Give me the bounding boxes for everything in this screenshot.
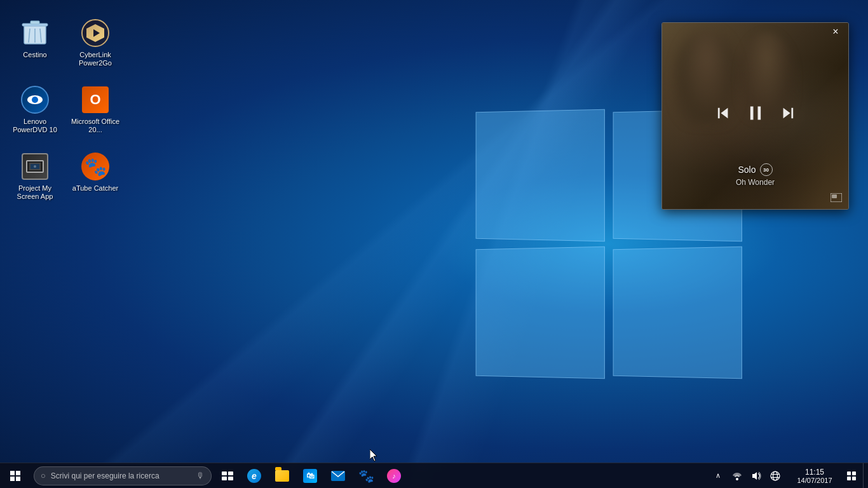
taskbar-app-file-explorer[interactable] [268,463,296,489]
svg-rect-15 [222,471,227,475]
atube-label: aTube Catcher [72,184,118,193]
task-view-button[interactable] [215,463,240,489]
svg-rect-10 [750,106,753,119]
chevron-up-icon: ∧ [715,471,721,480]
system-tray: ∧ [704,463,868,489]
svg-rect-12 [791,107,793,118]
svg-rect-11 [757,106,761,119]
win-pane-3 [476,247,605,379]
office-icon: O [80,85,111,115]
taskbar-app-mail[interactable] [324,463,352,489]
paw-icon: 🐾 [358,468,374,484]
taskbar-app-atube[interactable]: 🐾 [352,463,380,489]
mail-icon [330,468,346,484]
svg-point-21 [771,471,780,480]
powerdvd-icon [20,85,50,115]
song-badge: 30 [760,163,773,176]
win-pane-1 [476,109,605,242]
tray-volume-icon[interactable] [747,463,765,489]
play-pause-button[interactable] [747,104,764,122]
show-desktop-button[interactable] [863,463,868,489]
svg-rect-16 [228,471,233,475]
cyberlink-label: CyberLink Power2Go [70,51,121,67]
svg-rect-2 [31,21,39,24]
search-bar[interactable]: ○ Scrivi qui per eseguire la ricerca 🎙 [34,466,212,485]
powerdvd-label: Lenovo PowerDVD 10 [10,118,60,134]
mini-mode-button[interactable] [831,193,842,204]
svg-rect-14 [832,194,837,198]
svg-rect-17 [222,477,227,480]
media-player-popup: × [661,22,849,210]
svg-rect-9 [717,107,719,118]
desktop-icon-recycle-bin[interactable]: Cestino [6,13,64,76]
svg-point-20 [736,478,738,480]
desktop: Cestino CyberLink Power2Go [0,0,868,488]
svg-rect-18 [228,477,233,480]
desktop-icon-atube[interactable]: 🐾 aTube Catcher [67,146,124,210]
edge-icon: e [247,468,262,484]
svg-point-8 [34,165,36,168]
store-icon: 🛍 [302,468,318,484]
player-controls: Solo 30 Oh Wonder [662,23,848,209]
tray-icons: ∧ [704,463,789,489]
taskbar-app-groove[interactable]: ♪ [380,463,408,489]
cyberlink-icon [80,18,111,48]
taskbar: ○ Scrivi qui per eseguire la ricerca 🎙 e [0,463,868,488]
project-screen-icon [20,151,50,182]
notification-center-button[interactable] [840,463,863,489]
desktop-icons-area: Cestino CyberLink Power2Go [6,13,124,210]
taskbar-app-store[interactable]: 🛍 [296,463,324,489]
song-title: Solo [738,165,756,175]
desktop-icon-powerdvd[interactable]: Lenovo PowerDVD 10 [6,79,64,143]
clock-area[interactable]: 11:15 14/07/2017 [789,463,840,489]
microphone-icon: 🎙 [196,471,205,480]
search-placeholder: Scrivi qui per eseguire la ricerca [51,471,159,480]
taskbar-app-edge[interactable]: e [240,463,268,489]
search-icon: ○ [41,471,46,480]
win-pane-4 [613,247,742,379]
song-info: Solo 30 Oh Wonder [662,163,848,187]
start-button[interactable] [0,463,31,489]
tray-expand-button[interactable]: ∧ [709,463,727,489]
media-player-close-button[interactable]: × [828,24,843,39]
clock-date: 14/07/2017 [797,477,832,484]
desktop-icon-project-screen[interactable]: Project My Screen App [6,146,64,210]
previous-track-button[interactable] [717,106,731,120]
atube-icon: 🐾 [80,151,111,182]
controls-row [717,104,794,122]
recycle-bin-icon [20,18,50,48]
song-artist: Oh Wonder [736,178,775,187]
tray-network-icon[interactable] [728,463,746,489]
desktop-icon-cyberlink[interactable]: CyberLink Power2Go [67,13,124,76]
groove-icon: ♪ [386,468,402,484]
song-title-area: Solo 30 [738,163,772,176]
media-player-titlebar: × [823,23,848,41]
svg-point-22 [773,471,778,480]
start-icon [10,471,20,481]
next-track-button[interactable] [780,106,794,120]
file-explorer-icon [275,468,290,484]
clock-time: 11:15 [805,468,824,477]
tray-language-icon[interactable] [766,463,784,489]
office-label: Microsoft Office 20... [70,118,121,134]
project-screen-label: Project My Screen App [10,184,60,201]
recycle-bin-label: Cestino [23,51,46,59]
desktop-icon-office[interactable]: O Microsoft Office 20... [67,79,124,143]
action-center-icon [847,471,856,480]
